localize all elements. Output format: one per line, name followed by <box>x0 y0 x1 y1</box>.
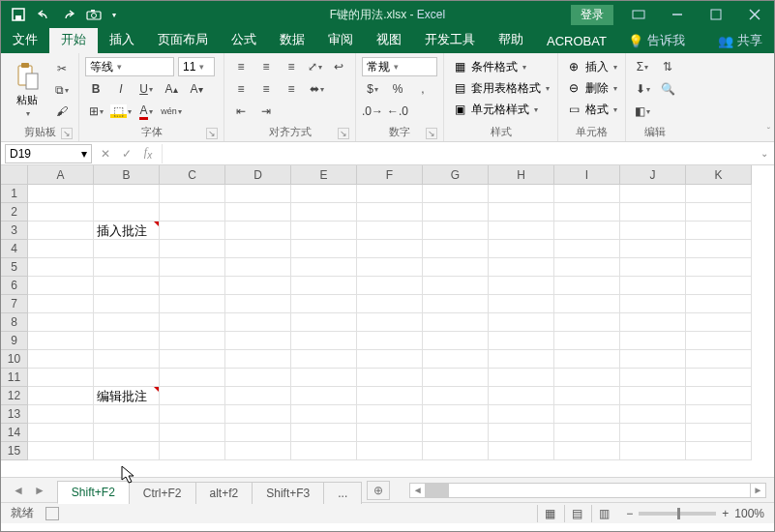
cell[interactable] <box>554 350 620 369</box>
cell[interactable] <box>225 313 291 332</box>
cell[interactable] <box>291 405 357 424</box>
cell[interactable] <box>620 332 686 350</box>
cell[interactable] <box>554 258 620 277</box>
cell[interactable] <box>357 313 423 332</box>
bold-button[interactable]: B <box>85 79 106 99</box>
cell[interactable] <box>225 424 291 442</box>
cell[interactable] <box>94 277 160 295</box>
cell[interactable] <box>489 313 554 332</box>
cell[interactable] <box>554 222 620 240</box>
currency-icon[interactable]: $▾ <box>362 79 383 99</box>
row-header[interactable]: 7 <box>1 295 28 313</box>
insert-cells-button[interactable]: ⊕插入▾ <box>564 57 619 76</box>
cell[interactable] <box>28 295 94 313</box>
cell[interactable] <box>28 442 94 460</box>
number-dialog-icon[interactable]: ↘ <box>426 128 437 139</box>
row-header[interactable]: 15 <box>1 442 28 460</box>
cell[interactable]: 插入批注 <box>94 222 160 240</box>
cell[interactable] <box>160 442 225 460</box>
cell[interactable] <box>686 185 752 203</box>
cell[interactable] <box>291 295 357 313</box>
cell[interactable] <box>225 240 291 258</box>
close-icon[interactable] <box>735 1 774 28</box>
sheet-tab-more[interactable]: ... <box>323 482 362 504</box>
cell[interactable] <box>686 350 752 369</box>
find-icon[interactable]: 🔍 <box>657 79 678 99</box>
cell[interactable] <box>160 240 225 258</box>
increase-decimal-icon[interactable]: .0→ <box>362 102 383 121</box>
cell[interactable] <box>28 185 94 203</box>
cell[interactable] <box>160 350 225 369</box>
cell[interactable] <box>423 387 489 405</box>
cell[interactable] <box>291 277 357 295</box>
cell[interactable] <box>620 277 686 295</box>
tab-data[interactable]: 数据 <box>268 27 316 53</box>
cell[interactable] <box>620 424 686 442</box>
collapse-ribbon-icon[interactable]: ˇ <box>767 127 770 137</box>
cell[interactable] <box>160 277 225 295</box>
row-header[interactable]: 13 <box>1 405 28 424</box>
sheet-tab-0[interactable]: Shift+F2 <box>57 481 130 504</box>
font-dialog-icon[interactable]: ↘ <box>206 128 218 139</box>
cell[interactable] <box>357 222 423 240</box>
cell[interactable] <box>489 369 554 387</box>
sheet-tab-3[interactable]: Shift+F3 <box>252 482 324 504</box>
cell[interactable] <box>28 313 94 332</box>
cell[interactable] <box>423 240 489 258</box>
cell[interactable] <box>489 258 554 277</box>
align-bottom-icon[interactable]: ≡ <box>281 57 302 76</box>
align-top-icon[interactable]: ≡ <box>230 57 252 76</box>
font-color-button[interactable]: A▾ <box>135 102 157 121</box>
cell[interactable] <box>94 295 160 313</box>
fill-icon[interactable]: ⬇▾ <box>632 79 653 99</box>
align-center-icon[interactable]: ≡ <box>255 79 277 99</box>
zoom-slider[interactable] <box>639 512 716 516</box>
sheet-nav-prev-icon[interactable]: ◄ <box>13 484 24 497</box>
cell[interactable] <box>554 369 620 387</box>
cell[interactable] <box>554 277 620 295</box>
cell[interactable] <box>28 203 94 222</box>
fx-icon[interactable]: fx <box>140 145 156 161</box>
cell[interactable] <box>423 350 489 369</box>
cell[interactable] <box>357 277 423 295</box>
cell[interactable] <box>489 332 554 350</box>
cell[interactable] <box>94 405 160 424</box>
cell[interactable]: 编辑批注 <box>94 387 160 405</box>
page-break-view-icon[interactable]: ▥ <box>591 505 616 522</box>
cell[interactable] <box>291 203 357 222</box>
cell[interactable] <box>489 240 554 258</box>
column-header[interactable]: C <box>160 165 225 185</box>
tab-review[interactable]: 审阅 <box>316 27 365 53</box>
cell[interactable] <box>620 185 686 203</box>
cell[interactable] <box>423 405 489 424</box>
cell[interactable] <box>620 258 686 277</box>
cell[interactable] <box>160 387 225 405</box>
qat-customize-icon[interactable]: ▾ <box>112 11 116 19</box>
cell[interactable] <box>357 424 423 442</box>
cell[interactable] <box>160 295 225 313</box>
formula-input[interactable] <box>162 144 755 163</box>
cancel-formula-icon[interactable]: ✕ <box>98 147 113 161</box>
cell[interactable] <box>423 185 489 203</box>
cell[interactable] <box>620 350 686 369</box>
zoom-level[interactable]: 100% <box>734 507 764 520</box>
cell[interactable] <box>686 258 752 277</box>
cell[interactable] <box>225 332 291 350</box>
cell[interactable] <box>225 277 291 295</box>
cell[interactable] <box>357 350 423 369</box>
scroll-right-icon[interactable]: ► <box>750 484 765 497</box>
cell[interactable] <box>160 313 225 332</box>
row-header[interactable]: 12 <box>1 387 28 405</box>
horizontal-scrollbar[interactable]: ◄ ► <box>409 483 766 498</box>
cell[interactable] <box>94 203 160 222</box>
expand-formula-icon[interactable]: ⌄ <box>755 148 774 159</box>
tab-help[interactable]: 帮助 <box>487 27 535 53</box>
row-header[interactable]: 4 <box>1 240 28 258</box>
cell[interactable] <box>554 332 620 350</box>
tab-insert[interactable]: 插入 <box>98 27 146 53</box>
cell[interactable] <box>620 405 686 424</box>
cell[interactable] <box>160 424 225 442</box>
cell[interactable] <box>94 424 160 442</box>
cell[interactable] <box>160 405 225 424</box>
align-dialog-icon[interactable]: ↘ <box>338 128 349 139</box>
